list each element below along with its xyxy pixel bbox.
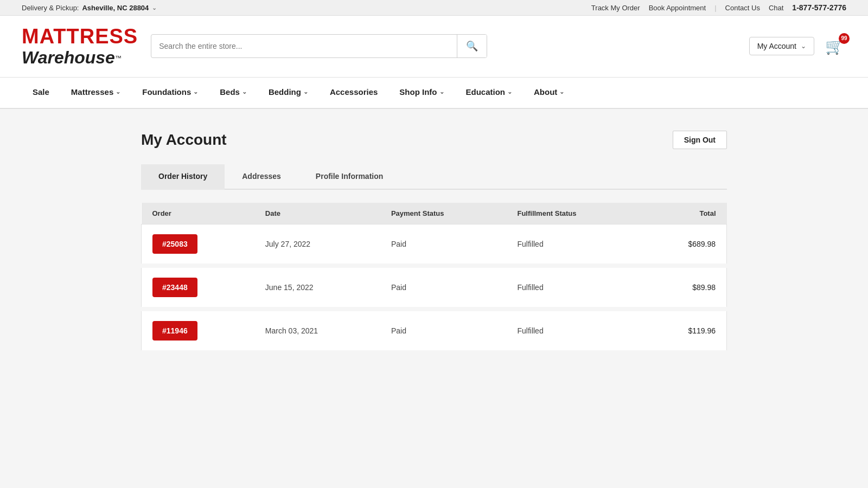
table-row: #11946 March 03, 2021 Paid Fulfilled $11… <box>142 309 727 350</box>
sign-out-button[interactable]: Sign Out <box>673 131 727 149</box>
main-content: My Account Sign Out Order History Addres… <box>119 131 749 350</box>
nav-bar: Sale Mattresses ⌄ Foundations ⌄ Beds ⌄ B… <box>0 78 868 109</box>
fulfillment-cell: Fulfilled <box>506 266 643 309</box>
date-cell: June 15, 2022 <box>254 266 380 309</box>
table-body: #25083 July 27, 2022 Paid Fulfilled $689… <box>142 224 727 350</box>
tab-addresses[interactable]: Addresses <box>225 164 298 190</box>
delivery-pickup: Delivery & Pickup: Asheville, NC 28804 ⌄ <box>22 4 157 12</box>
nav-education-chevron-icon: ⌄ <box>507 88 512 95</box>
logo-mattress: MATTRESS <box>22 25 138 48</box>
my-account-label: My Account <box>757 42 796 50</box>
nav-bedding-label: Bedding <box>269 87 301 97</box>
book-appointment-link[interactable]: Book Appointment <box>649 4 706 12</box>
nav-shop-info-chevron-icon: ⌄ <box>439 88 444 95</box>
order-cell: #25083 <box>142 224 254 266</box>
nav-about-label: About <box>534 87 557 97</box>
nav-beds[interactable]: Beds ⌄ <box>209 78 258 108</box>
my-account-chevron-icon: ⌄ <box>801 42 806 50</box>
nav-mattresses[interactable]: Mattresses ⌄ <box>60 78 131 108</box>
search-button[interactable]: 🔍 <box>457 35 487 57</box>
nav-education[interactable]: Education ⌄ <box>455 78 524 108</box>
col-order: Order <box>142 203 254 224</box>
nav-accessories[interactable]: Accessories <box>319 78 388 108</box>
table-row: #25083 July 27, 2022 Paid Fulfilled $689… <box>142 224 727 266</box>
nav-foundations-label: Foundations <box>142 87 191 97</box>
top-bar: Delivery & Pickup: Asheville, NC 28804 ⌄… <box>0 0 868 16</box>
nav-bedding[interactable]: Bedding ⌄ <box>258 78 319 108</box>
table-row: #23448 June 15, 2022 Paid Fulfilled $89.… <box>142 266 727 309</box>
total-cell: $119.96 <box>643 309 726 350</box>
order-number-button[interactable]: #25083 <box>152 234 197 254</box>
top-bar-right: Track My Order Book Appointment | Contac… <box>591 3 846 12</box>
nav-accessories-label: Accessories <box>330 87 378 97</box>
nav-foundations-chevron-icon: ⌄ <box>193 88 198 95</box>
delivery-label: Delivery & Pickup: <box>22 4 79 12</box>
fulfillment-cell: Fulfilled <box>506 224 643 266</box>
date-cell: July 27, 2022 <box>254 224 380 266</box>
payment-cell: Paid <box>380 224 507 266</box>
cart-button[interactable]: 🛒 99 <box>823 35 846 57</box>
contact-us-link[interactable]: Contact Us <box>725 4 760 12</box>
nav-beds-label: Beds <box>220 87 240 97</box>
logo-warehouse-row: Warehouse™ <box>22 48 138 67</box>
nav-about-chevron-icon: ⌄ <box>559 88 564 95</box>
tab-profile-information[interactable]: Profile Information <box>298 164 400 190</box>
page-header: My Account Sign Out <box>141 131 727 149</box>
order-cell: #23448 <box>142 266 254 309</box>
cart-badge: 99 <box>839 33 850 44</box>
phone-number: 1-877-577-2776 <box>792 3 846 12</box>
nav-mattresses-chevron-icon: ⌄ <box>116 88 120 95</box>
total-cell: $689.98 <box>643 224 726 266</box>
col-fulfillment-status: Fulfillment Status <box>506 203 643 224</box>
order-cell: #11946 <box>142 309 254 350</box>
search-input[interactable] <box>151 36 457 56</box>
logo[interactable]: MATTRESS Warehouse™ <box>22 25 138 67</box>
header-right: My Account ⌄ 🛒 99 <box>749 35 846 57</box>
tabs: Order History Addresses Profile Informat… <box>141 164 727 190</box>
order-number-button[interactable]: #23448 <box>152 278 197 297</box>
nav-foundations[interactable]: Foundations ⌄ <box>131 78 209 108</box>
track-order-link[interactable]: Track My Order <box>591 4 640 12</box>
payment-cell: Paid <box>380 309 507 350</box>
logo-text: MATTRESS Warehouse™ <box>22 25 138 67</box>
nav-sale[interactable]: Sale <box>22 78 60 108</box>
payment-cell: Paid <box>380 266 507 309</box>
col-total: Total <box>643 203 726 224</box>
my-account-button[interactable]: My Account ⌄ <box>749 37 814 55</box>
col-date: Date <box>254 203 380 224</box>
search-bar: 🔍 <box>151 34 487 58</box>
nav-shop-info[interactable]: Shop Info ⌄ <box>388 78 455 108</box>
logo-warehouse: Warehouse <box>22 48 115 67</box>
separator: | <box>714 4 716 12</box>
nav-shop-info-label: Shop Info <box>399 87 437 97</box>
col-payment-status: Payment Status <box>380 203 507 224</box>
table-header: Order Date Payment Status Fulfillment St… <box>142 203 727 224</box>
nav-about[interactable]: About ⌄ <box>523 78 575 108</box>
nav-mattresses-label: Mattresses <box>71 87 113 97</box>
location-chevron-icon[interactable]: ⌄ <box>152 4 157 11</box>
order-number-button[interactable]: #11946 <box>152 321 197 341</box>
orders-table: Order Date Payment Status Fulfillment St… <box>141 203 727 350</box>
nav-education-label: Education <box>466 87 506 97</box>
header: MATTRESS Warehouse™ 🔍 My Account ⌄ 🛒 99 <box>0 16 868 78</box>
nav-bedding-chevron-icon: ⌄ <box>303 88 308 95</box>
logo-tm: ™ <box>115 54 122 62</box>
chat-link[interactable]: Chat <box>769 4 783 12</box>
tab-order-history[interactable]: Order History <box>141 164 225 190</box>
page-title: My Account <box>141 131 227 149</box>
nav-beds-chevron-icon: ⌄ <box>242 88 247 95</box>
total-cell: $89.98 <box>643 266 726 309</box>
fulfillment-cell: Fulfilled <box>506 309 643 350</box>
nav-sale-label: Sale <box>33 87 49 97</box>
date-cell: March 03, 2021 <box>254 309 380 350</box>
location-label: Asheville, NC 28804 <box>82 4 149 12</box>
